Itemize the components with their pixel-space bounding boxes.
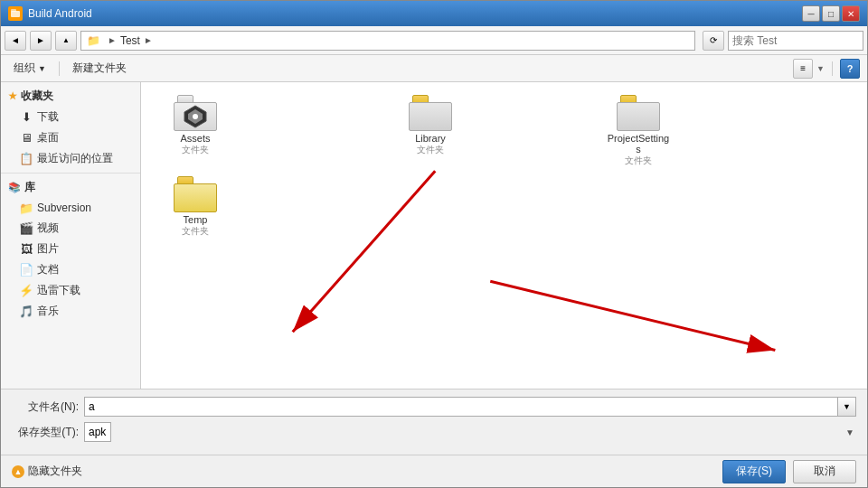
toolbar: 组织 ▼ 新建文件夹 ≡ ▼ ?	[1, 55, 867, 82]
path-arrow2: ►	[144, 35, 153, 45]
action-bar: ▲ 隐藏文件夹 保存(S) 取消	[1, 455, 867, 487]
arrows-overlay	[141, 82, 867, 389]
library-header[interactable]: 📚 库	[1, 177, 140, 198]
sidebar-item-video[interactable]: 🎬 视频	[1, 218, 140, 239]
sidebar-item-download[interactable]: ⬇ 下载	[1, 107, 140, 127]
minimize-button[interactable]: ─	[802, 5, 820, 22]
folder-projectsettings-icon	[617, 95, 660, 131]
savetype-wrapper: apk ▼	[84, 422, 856, 442]
svg-rect-1	[11, 9, 16, 12]
toolbar-right: ≡ ▼ ?	[793, 59, 860, 79]
favorites-section: ★ 收藏夹 ⬇ 下载 🖥 桌面 📋 最近访问的位置	[1, 86, 140, 169]
hide-folder-button[interactable]: ▲ 隐藏文件夹	[12, 464, 82, 479]
thunder-icon: ⚡	[19, 284, 33, 298]
close-button[interactable]: ✕	[842, 5, 860, 22]
desktop-icon: 🖥	[19, 131, 33, 145]
action-buttons: 保存(S) 取消	[722, 460, 856, 483]
search-input[interactable]	[732, 34, 868, 47]
search-box: 🔍	[728, 31, 863, 51]
window-icon	[8, 6, 23, 21]
path-arrow: ►	[108, 35, 117, 45]
subversion-icon: 📁	[19, 201, 33, 215]
filename-input[interactable]	[84, 397, 838, 417]
library-section: 📚 库 📁 Subversion 🎬 视频 🖼 图片 📄 文档	[1, 177, 140, 322]
maximize-button[interactable]: □	[822, 5, 840, 22]
folder-projectsettings-label: ProjectSettings	[606, 133, 671, 155]
title-bar-controls: ─ □ ✕	[802, 5, 860, 22]
folder-library[interactable]: Library 文件夹	[394, 91, 467, 160]
back-button[interactable]: ◄	[5, 31, 26, 51]
recent-icon: 📋	[19, 152, 33, 166]
new-folder-button[interactable]: 新建文件夹	[67, 59, 132, 79]
view-button[interactable]: ≡	[793, 59, 813, 79]
sidebar: ★ 收藏夹 ⬇ 下载 🖥 桌面 📋 最近访问的位置	[1, 82, 141, 389]
folder-library-sublabel: 文件夹	[417, 144, 444, 156]
hide-folder-icon: ▲	[12, 465, 24, 478]
filename-dropdown-arrow[interactable]: ▼	[838, 397, 856, 417]
favorites-star-icon: ★	[8, 90, 17, 102]
cancel-button[interactable]: 取消	[793, 460, 856, 483]
folder-assets-label: Assets	[180, 133, 210, 144]
folder-projectsettings-sublabel: 文件夹	[625, 155, 652, 167]
sidebar-item-documents[interactable]: 📄 文档	[1, 259, 140, 280]
folder-temp-sublabel: 文件夹	[182, 225, 209, 238]
folder-assets-sublabel: 文件夹	[182, 144, 209, 156]
form-area: 文件名(N): ▼ 保存类型(T): apk ▼	[1, 389, 867, 455]
svg-line-8	[490, 281, 775, 350]
sidebar-item-pictures[interactable]: 🖼 图片	[1, 239, 140, 259]
view-dropdown-arrow[interactable]: ▼	[816, 64, 825, 73]
toolbar-separator2	[832, 61, 833, 76]
savetype-label: 保存类型(T):	[12, 425, 84, 440]
music-icon: 🎵	[19, 305, 33, 319]
folder-temp-icon	[174, 176, 217, 212]
address-bar: ◄ ► ▲ 📁 ► Test ► ⟳ 🔍	[1, 26, 867, 55]
folder-assets[interactable]: Assets 文件夹	[159, 91, 231, 160]
filename-label: 文件名(N):	[12, 399, 84, 415]
organize-button[interactable]: 组织 ▼	[8, 59, 52, 79]
video-icon: 🎬	[19, 221, 33, 236]
sidebar-divider	[1, 173, 140, 174]
sidebar-item-desktop[interactable]: 🖥 桌面	[1, 127, 140, 148]
main-content: ★ 收藏夹 ⬇ 下载 🖥 桌面 📋 最近访问的位置	[1, 82, 867, 389]
refresh-button[interactable]: ⟳	[703, 31, 724, 51]
filename-row: 文件名(N): ▼	[12, 397, 856, 417]
window-title: Build Android	[28, 7, 802, 20]
path-icon: 📁	[87, 34, 100, 47]
main-window: Build Android ─ □ ✕ ◄ ► ▲ 📁 ► Test ► ⟳ 🔍…	[0, 0, 868, 488]
address-path[interactable]: 📁 ► Test ►	[80, 31, 695, 51]
help-button[interactable]: ?	[840, 59, 860, 79]
savetype-row: 保存类型(T): apk ▼	[12, 422, 856, 442]
folder-library-icon	[409, 95, 452, 131]
sidebar-item-thunder[interactable]: ⚡ 迅雷下载	[1, 280, 140, 301]
svg-line-7	[293, 171, 436, 332]
title-bar: Build Android ─ □ ✕	[1, 1, 867, 26]
folder-temp-label: Temp	[184, 214, 208, 225]
sidebar-item-subversion[interactable]: 📁 Subversion	[1, 198, 140, 218]
folder-library-label: Library	[415, 133, 446, 144]
sidebar-item-music[interactable]: 🎵 音乐	[1, 301, 140, 322]
favorites-header[interactable]: ★ 收藏夹	[1, 86, 140, 107]
savetype-select[interactable]: apk	[84, 422, 111, 442]
svg-rect-0	[11, 11, 20, 17]
forward-button[interactable]: ►	[30, 31, 52, 51]
folder-temp[interactable]: Temp 文件夹	[159, 173, 231, 241]
file-area: Assets 文件夹 Library 文件夹 ProjectSettings	[141, 82, 867, 389]
folder-projectsettings[interactable]: ProjectSettings 文件夹	[602, 91, 675, 171]
unity-logo-icon	[183, 104, 208, 129]
sidebar-item-recent[interactable]: 📋 最近访问的位置	[1, 148, 140, 169]
savetype-arrow: ▼	[845, 427, 854, 437]
toolbar-separator	[59, 61, 60, 76]
save-button[interactable]: 保存(S)	[722, 460, 786, 483]
svg-point-4	[193, 114, 198, 119]
folder-assets-icon	[174, 95, 217, 131]
library-icon: 📚	[8, 182, 21, 193]
pictures-icon: 🖼	[19, 242, 33, 257]
path-segment: Test	[120, 34, 140, 47]
up-button[interactable]: ▲	[55, 31, 77, 51]
download-icon: ⬇	[19, 110, 33, 125]
documents-icon: 📄	[19, 263, 33, 277]
